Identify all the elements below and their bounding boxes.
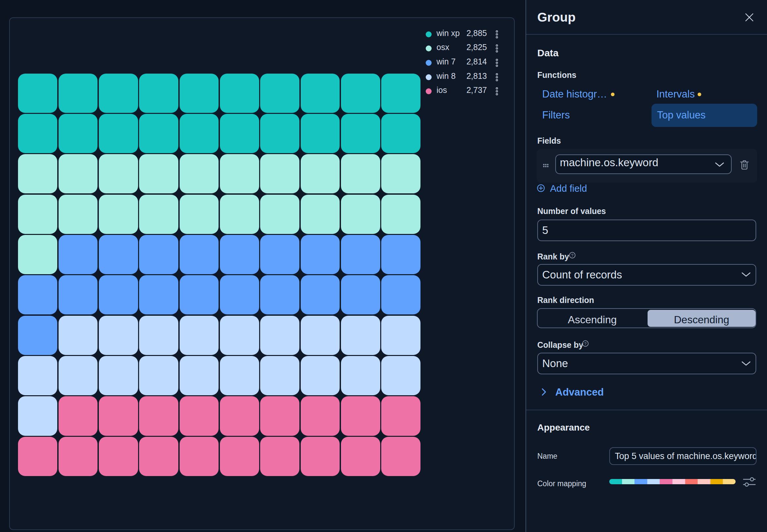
svg-text:?: ? [571, 253, 574, 258]
svg-text:?: ? [584, 342, 587, 346]
